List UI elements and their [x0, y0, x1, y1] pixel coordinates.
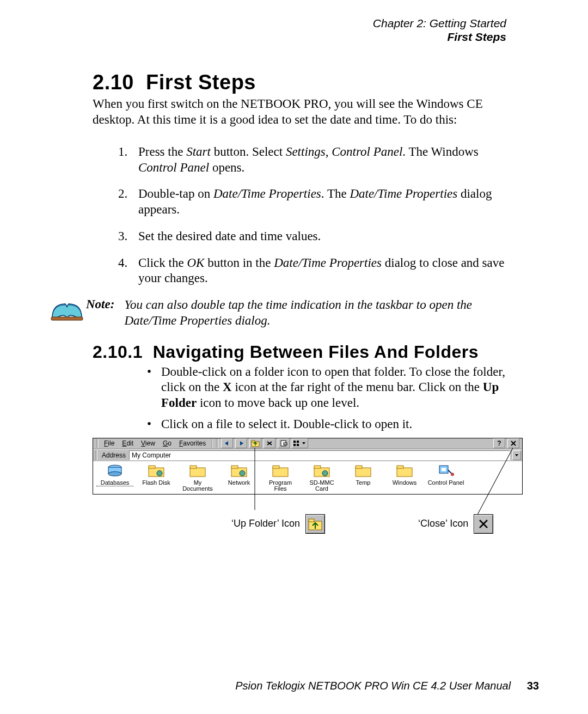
menu-favorites[interactable]: Favorites — [176, 438, 209, 449]
svg-rect-28 — [397, 466, 403, 468]
close-icon — [474, 514, 493, 534]
svg-rect-27 — [397, 468, 412, 477]
svg-rect-30 — [442, 468, 446, 471]
svg-rect-7 — [293, 444, 296, 446]
up-folder-icon — [305, 514, 325, 534]
book-icon — [50, 297, 84, 324]
menu-go[interactable]: Go — [160, 438, 175, 449]
close-button[interactable] — [507, 438, 519, 448]
svg-point-11 — [108, 472, 121, 476]
forward-button[interactable] — [235, 438, 247, 448]
up-folder-callout: ‘Up Folder’ Icon — [231, 514, 325, 534]
step-3: Set the desired date and time values. — [131, 229, 506, 245]
note-text: You can also double tap the time indicat… — [124, 297, 506, 329]
menu-view[interactable]: View — [138, 438, 158, 449]
subsection-heading: 2.10.1 Navigating Between Files And Fold… — [93, 342, 539, 362]
callout-label: ‘Close’ Icon — [418, 518, 468, 529]
fs-item[interactable]: Temp — [345, 463, 382, 492]
heading-title: First Steps — [146, 71, 256, 94]
fs-item[interactable]: Flash Disk — [138, 463, 175, 492]
address-dropdown[interactable] — [512, 450, 521, 460]
note-block: Note: You can also double tap the time i… — [49, 297, 506, 329]
address-label: Address — [101, 451, 127, 459]
svg-point-24 — [322, 471, 328, 476]
header-section: First Steps — [49, 30, 506, 44]
menu-edit[interactable]: Edit — [119, 438, 137, 449]
step-1: Press the Start button. Select Settings,… — [131, 144, 506, 176]
svg-rect-26 — [356, 466, 362, 468]
help-button[interactable]: ? — [493, 438, 505, 448]
up-folder-button[interactable] — [249, 438, 261, 448]
fs-item[interactable]: Databases — [96, 463, 133, 492]
header-chapter: Chapter 2: Getting Started — [49, 16, 506, 30]
address-bar: Address My Computer — [93, 449, 522, 461]
views-button[interactable] — [292, 438, 308, 448]
menubar: File Edit View Go Favorites ? — [93, 438, 522, 449]
svg-rect-18 — [231, 466, 238, 468]
footer-title: Psion Teklogix NETBOOK PRO Win CE 4.2 Us… — [235, 680, 511, 692]
svg-rect-13 — [149, 466, 155, 468]
section-heading: 2.10 First Steps — [93, 71, 539, 94]
subheading-title: Navigating Between Files And Folders — [153, 342, 479, 362]
fs-item[interactable]: Program Files — [262, 463, 299, 492]
heading-number: 2.10 — [93, 71, 134, 94]
gripper[interactable] — [96, 439, 99, 448]
step-2: Double-tap on Date/Time Properties. The … — [131, 186, 506, 218]
svg-rect-33 — [309, 519, 314, 522]
fs-item[interactable]: SD-MMC Card — [303, 463, 340, 492]
page-number: 33 — [527, 680, 539, 692]
svg-point-19 — [240, 471, 245, 476]
address-field[interactable]: My Computer — [129, 450, 510, 460]
menu-file[interactable]: File — [101, 438, 118, 449]
svg-rect-0 — [51, 317, 83, 320]
callout-label: ‘Up Folder’ Icon — [231, 518, 300, 529]
steps-list: Press the Start button. Select Settings,… — [131, 144, 506, 286]
explorer-figure: File Edit View Go Favorites ? — [93, 438, 506, 552]
file-list: DatabasesFlash DiskMy DocumentsNetworkPr… — [93, 461, 522, 494]
properties-button[interactable] — [278, 438, 290, 448]
svg-rect-23 — [314, 466, 321, 468]
svg-rect-6 — [297, 441, 299, 443]
svg-rect-15 — [190, 468, 205, 477]
close-callout: ‘Close’ Icon — [418, 514, 493, 534]
svg-rect-5 — [293, 441, 296, 443]
svg-rect-16 — [190, 466, 197, 468]
bullet-2: Click on a file to select it. Double-cli… — [147, 417, 506, 432]
svg-rect-21 — [273, 466, 279, 468]
bullet-list: Double-click on a folder icon to open th… — [147, 364, 506, 432]
gripper[interactable] — [216, 439, 218, 448]
fs-item[interactable]: Network — [220, 463, 258, 492]
fs-item[interactable]: Control Panel — [427, 463, 464, 492]
svg-point-14 — [157, 471, 162, 476]
gripper[interactable] — [95, 450, 97, 460]
svg-rect-4 — [284, 443, 287, 445]
subheading-number: 2.10.1 — [93, 342, 143, 362]
back-button[interactable] — [221, 438, 233, 448]
bullet-1: Double-click on a folder icon to open th… — [147, 364, 506, 411]
step-4: Click the OK button in the Date/Time Pro… — [131, 255, 506, 287]
svg-rect-20 — [273, 468, 288, 477]
explorer-window: File Edit View Go Favorites ? — [93, 438, 523, 495]
page-footer: Psion Teklogix NETBOOK PRO Win CE 4.2 Us… — [0, 680, 539, 692]
fs-item[interactable]: My Documents — [179, 463, 216, 492]
svg-rect-2 — [252, 441, 255, 442]
svg-point-31 — [451, 473, 454, 476]
delete-button[interactable] — [264, 438, 275, 448]
svg-rect-8 — [297, 444, 299, 446]
svg-rect-25 — [356, 468, 371, 477]
note-label: Note: — [86, 297, 114, 312]
fs-item[interactable]: Windows — [386, 463, 423, 492]
intro-paragraph: When you first switch on the NETBOOK PRO… — [93, 96, 506, 128]
